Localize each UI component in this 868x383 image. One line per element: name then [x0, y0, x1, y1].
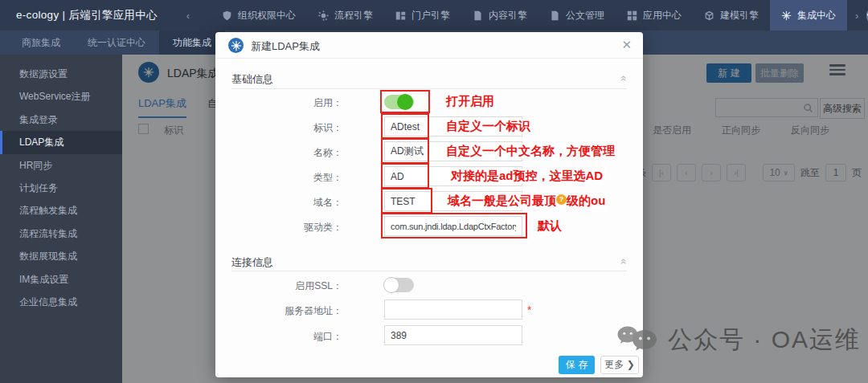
annotation-box: [381, 163, 429, 189]
topnav-label: 组织权限中心: [238, 9, 296, 22]
topnav-item-appcenter[interactable]: 应用中心: [616, 0, 693, 31]
annotation-driver: 默认: [535, 218, 564, 234]
shield-icon: [222, 10, 232, 21]
sidebar-item-workflow-trigger[interactable]: 流程触发集成: [0, 199, 122, 222]
watermark-text: 公众号 · OA运维: [668, 324, 861, 357]
ldap-dialog-icon: [228, 38, 244, 53]
annotation-box: [381, 138, 429, 164]
topnav-label: 建模引擎: [720, 9, 759, 22]
annotation-text: 级的ou: [567, 194, 605, 207]
more-button[interactable]: 更多 ❯: [600, 356, 639, 374]
ssl-label: 启用SSL：: [215, 279, 342, 293]
topnav-item-integration-active[interactable]: 集成中心: [770, 0, 847, 31]
sidebar-item-enterprise-info[interactable]: 企业信息集成: [0, 291, 122, 313]
collapse-icon[interactable]: «: [618, 259, 630, 264]
required-asterisk: *: [527, 304, 531, 316]
annotation-name: 自定义一个中文名称，方便管理: [444, 144, 617, 159]
nav-forward-chevron-icon[interactable]: ›: [847, 10, 866, 22]
topnav-item-org[interactable]: 组织权限中心: [211, 0, 307, 31]
sidebar-item-hr-sync[interactable]: HR同步: [0, 154, 122, 177]
nav-back-chevron-icon[interactable]: ‹: [186, 10, 190, 22]
mark-label: 标识：: [215, 121, 342, 135]
annotation-box: [381, 188, 432, 214]
topnav-label: 门户引擎: [411, 9, 450, 22]
basic-info-section-title: 基础信息: [231, 72, 273, 87]
sidebar-item-scheduled-tasks[interactable]: 计划任务: [0, 177, 122, 199]
topnav-label: 内容引擎: [489, 9, 527, 22]
annotation-mark: 自定义一个标识: [444, 119, 533, 134]
annotation-box: [381, 113, 429, 139]
topnav-item-portal[interactable]: 门户引擎: [384, 0, 461, 31]
topnav-label: 集成中心: [797, 9, 836, 22]
sidebar: 数据源设置 WebService注册 集成登录 LDAP集成 HR同步 计划任务…: [0, 55, 122, 383]
annotation-box: [381, 213, 527, 238]
portal-layout-icon: [395, 10, 406, 21]
sidebar-item-workflow-flow[interactable]: 流程流转集成: [0, 222, 122, 245]
section-divider: [231, 88, 627, 89]
section-divider: [231, 271, 627, 271]
sidebar-item-sso-login[interactable]: 集成登录: [0, 108, 122, 131]
app-grid-icon: [627, 10, 637, 21]
name-label: 名称：: [215, 146, 342, 160]
wechat-icon: [629, 328, 660, 357]
close-icon[interactable]: ✕: [621, 38, 632, 52]
document-icon: [473, 10, 483, 21]
sidebar-item-datasource[interactable]: 数据源设置: [0, 63, 122, 85]
topnav-item-workflow[interactable]: 流程引擎: [307, 0, 384, 31]
collapse-icon[interactable]: «: [618, 75, 630, 81]
toggle-knob: [383, 277, 399, 293]
annotation-text: 域名一般是公司最顶: [448, 194, 556, 207]
dialog-header: 新建LDAP集成 ✕: [215, 32, 643, 59]
document-icon: [550, 10, 560, 21]
topnav-label: 公文管理: [566, 9, 604, 22]
sidebar-item-webservice[interactable]: WebService注册: [0, 85, 122, 108]
tab-business-travel[interactable]: 商旅集成: [8, 31, 74, 55]
top-navigation-bar: e-cology | 后端引擎应用中心 ‹ 组织权限中心 流程引擎 门户引擎 内…: [0, 0, 868, 31]
gear-icon: [318, 10, 329, 21]
port-input[interactable]: [384, 325, 522, 345]
topnav-item-official-doc[interactable]: 公文管理: [538, 0, 616, 31]
save-button[interactable]: 保 存: [559, 356, 595, 374]
top-nav-items: 组织权限中心 流程引擎 门户引擎 内容引擎 公文管理 应用中心: [211, 0, 847, 31]
dialog-title: 新建LDAP集成: [251, 39, 320, 54]
sidebar-item-im-settings[interactable]: IM集成设置: [0, 268, 122, 291]
integration-icon: [781, 10, 792, 21]
new-ldap-dialog: 新建LDAP集成 ✕ 基础信息 « 启用： 打开启用 标识： 自定义一个标识 名…: [215, 32, 643, 377]
type-label: 类型：: [215, 171, 342, 185]
annotation-type: 对接的是ad预控，这里选AD: [448, 169, 605, 184]
watermark: 公众号 · OA运维: [615, 323, 861, 357]
server-address-label: 服务器地址：: [215, 304, 342, 318]
screen: e-cology | 后端引擎应用中心 ‹ 组织权限中心 流程引擎 门户引擎 内…: [0, 0, 868, 383]
topnav-item-content[interactable]: 内容引擎: [461, 0, 538, 31]
tab-unified-auth[interactable]: 统一认证中心: [74, 31, 159, 55]
app-logo: e-cology | 后端引擎应用中心: [16, 8, 158, 22]
enable-label: 启用：: [215, 96, 342, 110]
port-label: 端口：: [215, 330, 342, 344]
topnav-item-modeling[interactable]: 建模引擎: [693, 0, 770, 31]
topnav-label: 应用中心: [643, 9, 682, 22]
integration-icon: [231, 40, 242, 51]
server-address-input[interactable]: [384, 299, 522, 320]
annotation-domain: 域名一般是公司最顶?级的ou: [445, 194, 608, 209]
connection-section-title: 连接信息: [231, 255, 273, 270]
annotation-box: [380, 90, 430, 113]
sidebar-item-data-display[interactable]: 数据展现集成: [0, 245, 122, 267]
question-badge-icon: ?: [556, 194, 567, 205]
domain-label: 域名：: [215, 196, 342, 210]
annotation-enable: 打开启用: [444, 94, 497, 109]
topnav-label: 流程引擎: [334, 9, 373, 22]
cube-icon: [704, 10, 714, 21]
ssl-toggle[interactable]: [384, 278, 414, 292]
sidebar-item-ldap-active[interactable]: LDAP集成: [0, 131, 122, 153]
driver-label: 驱动类：: [215, 221, 342, 234]
